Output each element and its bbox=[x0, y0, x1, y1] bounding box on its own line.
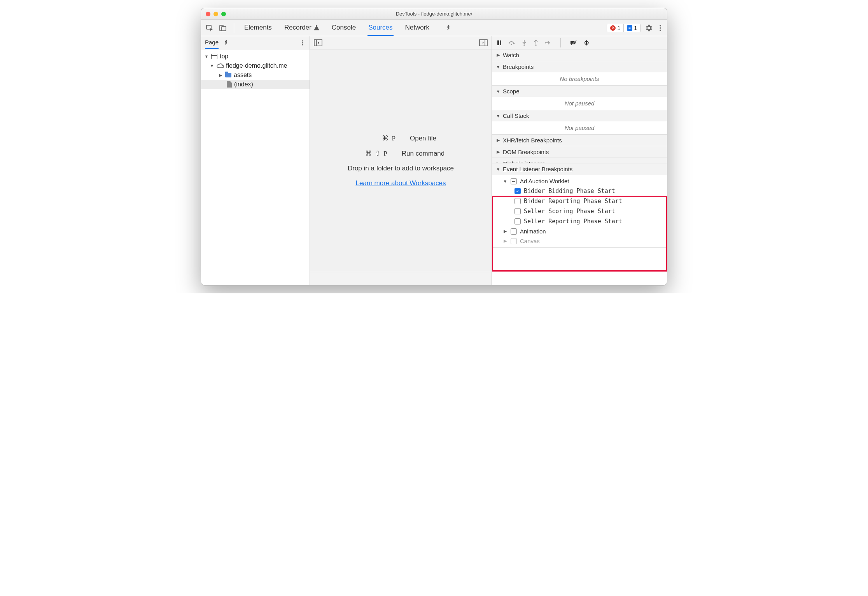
elb-event-seller-scoring[interactable]: Seller Scoring Phase Start bbox=[492, 206, 667, 216]
pause-icon[interactable] bbox=[497, 40, 502, 46]
file-tree: ▼ top ▼ fledge-demo.glitch.me ▶ assets (… bbox=[201, 49, 310, 91]
event-label: Seller Reporting Phase Start bbox=[524, 218, 622, 225]
section-header-xhr[interactable]: ▶XHR/fetch Breakpoints bbox=[492, 135, 667, 146]
step-into-icon[interactable] bbox=[522, 40, 527, 46]
checkbox-checked-icon[interactable]: ✓ bbox=[514, 188, 521, 194]
navigator-tab-page[interactable]: Page bbox=[205, 36, 219, 49]
checkbox-icon[interactable] bbox=[514, 198, 521, 204]
svg-point-18 bbox=[545, 42, 546, 43]
show-debugger-icon[interactable] bbox=[479, 39, 488, 46]
zoom-window-button[interactable] bbox=[221, 12, 226, 16]
tab-recorder[interactable]: Recorder bbox=[284, 20, 320, 36]
section-header-breakpoints[interactable]: ▼Breakpoints bbox=[492, 61, 667, 72]
section-event-listener-breakpoints: ▼Event Listener Breakpoints ▼ Ad Auction… bbox=[492, 163, 667, 248]
section-global-listeners: ▶Global Listeners bbox=[492, 158, 667, 163]
debugger-panel: ▶Watch ▼Breakpoints No breakpoints ▼Scop… bbox=[492, 36, 667, 285]
messages-badge[interactable]: ≡ 1 bbox=[623, 24, 640, 32]
tab-console[interactable]: Console bbox=[331, 20, 357, 36]
elb-list: ▼ Ad Auction Worklet ✓ Bidder Bidding Ph… bbox=[492, 175, 667, 247]
elb-category-ad-auction[interactable]: ▼ Ad Auction Worklet bbox=[492, 176, 667, 186]
elb-event-bidder-reporting[interactable]: Bidder Reporting Phase Start bbox=[492, 196, 667, 206]
tree-folder-assets[interactable]: ▶ assets bbox=[201, 70, 310, 80]
section-label: DOM Breakpoints bbox=[503, 149, 549, 155]
navigator-more-tabs-icon[interactable] bbox=[223, 40, 229, 46]
message-icon: ≡ bbox=[627, 25, 632, 31]
elb-category-animation[interactable]: ▶ Animation bbox=[492, 226, 667, 236]
svg-point-6 bbox=[302, 40, 303, 41]
errors-count: 1 bbox=[617, 25, 620, 31]
tree-domain[interactable]: ▼ fledge-demo.glitch.me bbox=[201, 61, 310, 70]
tree-top-frame[interactable]: ▼ top bbox=[201, 52, 310, 61]
section-header-dom[interactable]: ▶DOM Breakpoints bbox=[492, 146, 667, 158]
checkbox-icon[interactable] bbox=[514, 208, 521, 214]
messages-count: 1 bbox=[634, 25, 637, 31]
svg-rect-22 bbox=[587, 42, 588, 44]
checkbox-icon[interactable] bbox=[514, 218, 521, 224]
deactivate-breakpoints-icon[interactable] bbox=[570, 40, 577, 46]
category-label: Canvas bbox=[520, 238, 540, 244]
tab-elements[interactable]: Elements bbox=[243, 20, 273, 36]
debugger-toolbar bbox=[492, 36, 667, 49]
more-tabs-icon[interactable] bbox=[446, 25, 451, 31]
status-badges[interactable]: ✕ 1 ≡ 1 bbox=[607, 24, 640, 32]
tree-label: fledge-demo.glitch.me bbox=[226, 62, 287, 69]
event-label: Bidder Bidding Phase Start bbox=[524, 188, 615, 195]
more-menu-icon[interactable] bbox=[657, 25, 664, 32]
section-header-global[interactable]: ▶Global Listeners bbox=[492, 158, 667, 163]
shortcut-open-file: ⌘ P Open file bbox=[365, 134, 436, 142]
separator bbox=[560, 38, 561, 47]
navigator-panel: Page ▼ top ▼ fledge-demo.glitch.me bbox=[201, 36, 310, 285]
step-out-icon[interactable] bbox=[533, 40, 539, 46]
errors-badge[interactable]: ✕ 1 bbox=[607, 24, 623, 32]
checkbox-mixed-icon[interactable] bbox=[511, 178, 517, 184]
settings-icon[interactable] bbox=[644, 24, 653, 32]
navigator-menu-icon[interactable] bbox=[299, 40, 306, 46]
editor-footer bbox=[310, 272, 492, 285]
step-icon[interactable] bbox=[545, 40, 551, 46]
tab-network[interactable]: Network bbox=[404, 20, 430, 36]
workspaces-link[interactable]: Learn more about Workspaces bbox=[355, 179, 446, 187]
section-header-callstack[interactable]: ▼Call Stack bbox=[492, 110, 667, 121]
file-icon bbox=[227, 81, 232, 88]
close-window-button[interactable] bbox=[206, 12, 210, 16]
svg-point-7 bbox=[302, 42, 303, 43]
drop-hint: Drop in a folder to add to workspace bbox=[348, 165, 454, 172]
minimize-window-button[interactable] bbox=[214, 12, 218, 16]
section-header-watch[interactable]: ▶Watch bbox=[492, 49, 667, 61]
folder-icon bbox=[225, 73, 231, 77]
section-label: XHR/fetch Breakpoints bbox=[503, 137, 562, 144]
frame-icon bbox=[211, 54, 217, 59]
panel-body: Page ▼ top ▼ fledge-demo.glitch.me bbox=[201, 36, 667, 285]
pause-on-exceptions-icon[interactable] bbox=[583, 40, 590, 46]
event-label: Seller Scoring Phase Start bbox=[524, 208, 615, 215]
svg-rect-21 bbox=[584, 42, 586, 44]
event-label: Bidder Reporting Phase Start bbox=[524, 198, 622, 205]
elb-event-seller-reporting[interactable]: Seller Reporting Phase Start bbox=[492, 216, 667, 226]
elb-event-bidder-bidding[interactable]: ✓ Bidder Bidding Phase Start bbox=[492, 186, 667, 196]
traffic-lights bbox=[206, 12, 226, 16]
tree-file-index[interactable]: (index) bbox=[201, 80, 310, 89]
checkbox-icon[interactable] bbox=[511, 238, 517, 244]
inspect-element-icon[interactable] bbox=[204, 23, 215, 33]
error-icon: ✕ bbox=[610, 25, 616, 31]
tab-recorder-label: Recorder bbox=[284, 24, 312, 32]
section-callstack: ▼Call Stack Not paused bbox=[492, 110, 667, 135]
show-navigator-icon[interactable] bbox=[314, 39, 322, 46]
section-header-elb[interactable]: ▼Event Listener Breakpoints bbox=[492, 163, 667, 175]
elb-category-canvas[interactable]: ▶ Canvas bbox=[492, 236, 667, 246]
editor-tabs-bar bbox=[310, 36, 492, 49]
flask-icon bbox=[314, 25, 319, 30]
section-label: Global Listeners bbox=[503, 160, 545, 163]
step-over-icon[interactable] bbox=[508, 40, 515, 46]
svg-point-4 bbox=[660, 27, 661, 29]
separator bbox=[234, 23, 234, 33]
device-toolbar-icon[interactable] bbox=[217, 23, 228, 33]
section-header-scope[interactable]: ▼Scope bbox=[492, 86, 667, 97]
tab-sources[interactable]: Sources bbox=[368, 20, 393, 36]
shortcut-keys: ⌘ ⇧ P bbox=[357, 149, 388, 158]
panel-tabs: Elements Recorder Console Sources Networ… bbox=[243, 20, 451, 36]
devtools-window: DevTools - fledge-demo.glitch.me/ Elemen… bbox=[201, 8, 667, 286]
section-xhr-breakpoints: ▶XHR/fetch Breakpoints bbox=[492, 135, 667, 146]
svg-point-15 bbox=[511, 44, 512, 45]
checkbox-icon[interactable] bbox=[511, 228, 517, 235]
